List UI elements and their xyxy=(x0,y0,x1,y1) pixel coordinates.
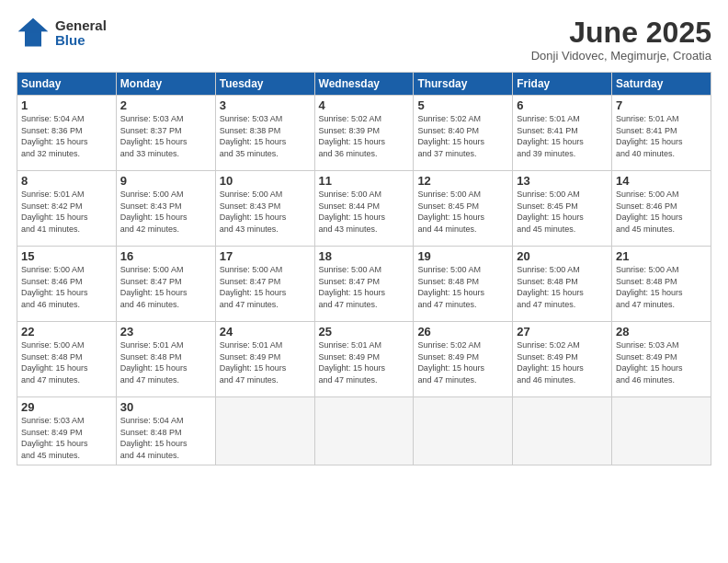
table-row: 23Sunrise: 5:01 AM Sunset: 8:48 PM Dayli… xyxy=(116,322,215,397)
day-number: 10 xyxy=(220,174,311,188)
day-number: 1 xyxy=(21,98,112,112)
table-row: 21Sunrise: 5:00 AM Sunset: 8:48 PM Dayli… xyxy=(612,247,711,322)
day-info: Sunrise: 5:03 AM Sunset: 8:38 PM Dayligh… xyxy=(220,113,311,159)
table-row: 7Sunrise: 5:01 AM Sunset: 8:41 PM Daylig… xyxy=(612,96,711,171)
day-info: Sunrise: 5:02 AM Sunset: 8:39 PM Dayligh… xyxy=(319,113,410,159)
day-info: Sunrise: 5:00 AM Sunset: 8:47 PM Dayligh… xyxy=(319,264,410,310)
logo-general: General xyxy=(55,18,107,34)
logo: General Blue xyxy=(17,17,107,50)
day-number: 17 xyxy=(220,249,311,263)
day-info: Sunrise: 5:00 AM Sunset: 8:45 PM Dayligh… xyxy=(417,189,508,235)
day-info: Sunrise: 5:00 AM Sunset: 8:45 PM Dayligh… xyxy=(517,189,608,235)
day-number: 4 xyxy=(319,98,410,112)
header: General Blue June 2025 Donji Vidovec, Me… xyxy=(17,17,711,63)
table-row xyxy=(513,397,612,465)
table-row: 18Sunrise: 5:00 AM Sunset: 8:47 PM Dayli… xyxy=(314,247,414,322)
table-row: 28Sunrise: 5:03 AM Sunset: 8:49 PM Dayli… xyxy=(612,322,711,397)
day-number: 5 xyxy=(417,98,508,112)
table-row: 10Sunrise: 5:00 AM Sunset: 8:43 PM Dayli… xyxy=(215,171,314,247)
header-thursday: Thursday xyxy=(414,73,513,96)
table-row: 19Sunrise: 5:00 AM Sunset: 8:48 PM Dayli… xyxy=(414,247,513,322)
day-number: 6 xyxy=(517,98,608,112)
page: General Blue June 2025 Donji Vidovec, Me… xyxy=(0,0,728,563)
table-row: 9Sunrise: 5:00 AM Sunset: 8:43 PM Daylig… xyxy=(116,171,215,247)
day-number: 23 xyxy=(120,325,211,339)
day-number: 15 xyxy=(21,249,112,263)
calendar-table: Sunday Monday Tuesday Wednesday Thursday… xyxy=(17,72,711,465)
table-row xyxy=(215,397,314,465)
header-monday: Monday xyxy=(116,73,215,96)
day-info: Sunrise: 5:00 AM Sunset: 8:48 PM Dayligh… xyxy=(517,264,608,310)
table-row: 15Sunrise: 5:00 AM Sunset: 8:46 PM Dayli… xyxy=(17,247,117,322)
table-row: 22Sunrise: 5:00 AM Sunset: 8:48 PM Dayli… xyxy=(17,322,117,397)
day-info: Sunrise: 5:00 AM Sunset: 8:43 PM Dayligh… xyxy=(220,189,311,235)
day-number: 3 xyxy=(220,98,311,112)
day-info: Sunrise: 5:02 AM Sunset: 8:40 PM Dayligh… xyxy=(417,113,508,159)
day-number: 25 xyxy=(319,325,410,339)
table-row: 29Sunrise: 5:03 AM Sunset: 8:49 PM Dayli… xyxy=(17,397,117,465)
day-number: 7 xyxy=(616,98,707,112)
table-row: 26Sunrise: 5:02 AM Sunset: 8:49 PM Dayli… xyxy=(414,322,513,397)
day-number: 9 xyxy=(120,174,211,188)
day-info: Sunrise: 5:00 AM Sunset: 8:48 PM Dayligh… xyxy=(616,264,707,310)
day-info: Sunrise: 5:02 AM Sunset: 8:49 PM Dayligh… xyxy=(417,339,508,385)
logo-text: General Blue xyxy=(55,18,107,49)
day-number: 22 xyxy=(21,325,112,339)
day-number: 21 xyxy=(616,249,707,263)
logo-blue: Blue xyxy=(55,33,107,49)
day-number: 18 xyxy=(319,249,410,263)
table-row: 14Sunrise: 5:00 AM Sunset: 8:46 PM Dayli… xyxy=(612,171,711,247)
table-row: 13Sunrise: 5:00 AM Sunset: 8:45 PM Dayli… xyxy=(513,171,612,247)
day-number: 26 xyxy=(417,325,508,339)
table-row: 17Sunrise: 5:00 AM Sunset: 8:47 PM Dayli… xyxy=(215,247,314,322)
table-row: 3Sunrise: 5:03 AM Sunset: 8:38 PM Daylig… xyxy=(215,96,314,171)
day-number: 19 xyxy=(417,249,508,263)
table-row: 25Sunrise: 5:01 AM Sunset: 8:49 PM Dayli… xyxy=(314,322,414,397)
logo-icon xyxy=(17,17,50,50)
table-row xyxy=(314,397,414,465)
day-number: 29 xyxy=(21,400,112,414)
day-info: Sunrise: 5:00 AM Sunset: 8:46 PM Dayligh… xyxy=(616,189,707,235)
table-row xyxy=(612,397,711,465)
calendar-header-row: Sunday Monday Tuesday Wednesday Thursday… xyxy=(17,73,711,96)
day-number: 20 xyxy=(517,249,608,263)
header-friday: Friday xyxy=(513,73,612,96)
table-row: 12Sunrise: 5:00 AM Sunset: 8:45 PM Dayli… xyxy=(414,171,513,247)
day-info: Sunrise: 5:00 AM Sunset: 8:48 PM Dayligh… xyxy=(417,264,508,310)
day-info: Sunrise: 5:01 AM Sunset: 8:48 PM Dayligh… xyxy=(120,339,211,385)
day-info: Sunrise: 5:00 AM Sunset: 8:47 PM Dayligh… xyxy=(220,264,311,310)
day-info: Sunrise: 5:01 AM Sunset: 8:49 PM Dayligh… xyxy=(319,339,410,385)
title-section: June 2025 Donji Vidovec, Megimurje, Croa… xyxy=(531,17,711,63)
day-number: 30 xyxy=(120,400,211,414)
table-row xyxy=(414,397,513,465)
day-number: 11 xyxy=(319,174,410,188)
day-number: 2 xyxy=(120,98,211,112)
day-number: 28 xyxy=(616,325,707,339)
day-number: 16 xyxy=(120,249,211,263)
day-info: Sunrise: 5:00 AM Sunset: 8:48 PM Dayligh… xyxy=(21,339,112,385)
table-row: 2Sunrise: 5:03 AM Sunset: 8:37 PM Daylig… xyxy=(116,96,215,171)
header-tuesday: Tuesday xyxy=(215,73,314,96)
table-row: 4Sunrise: 5:02 AM Sunset: 8:39 PM Daylig… xyxy=(314,96,414,171)
svg-marker-1 xyxy=(18,18,48,33)
day-info: Sunrise: 5:03 AM Sunset: 8:49 PM Dayligh… xyxy=(21,415,112,461)
day-number: 8 xyxy=(21,174,112,188)
table-row: 1Sunrise: 5:04 AM Sunset: 8:36 PM Daylig… xyxy=(17,96,117,171)
header-saturday: Saturday xyxy=(612,73,711,96)
table-row: 16Sunrise: 5:00 AM Sunset: 8:47 PM Dayli… xyxy=(116,247,215,322)
table-row: 20Sunrise: 5:00 AM Sunset: 8:48 PM Dayli… xyxy=(513,247,612,322)
location-subtitle: Donji Vidovec, Megimurje, Croatia xyxy=(531,49,711,63)
day-number: 27 xyxy=(517,325,608,339)
table-row: 30Sunrise: 5:04 AM Sunset: 8:48 PM Dayli… xyxy=(116,397,215,465)
day-info: Sunrise: 5:03 AM Sunset: 8:37 PM Dayligh… xyxy=(120,113,211,159)
table-row: 27Sunrise: 5:02 AM Sunset: 8:49 PM Dayli… xyxy=(513,322,612,397)
table-row: 11Sunrise: 5:00 AM Sunset: 8:44 PM Dayli… xyxy=(314,171,414,247)
day-info: Sunrise: 5:01 AM Sunset: 8:49 PM Dayligh… xyxy=(220,339,311,385)
day-info: Sunrise: 5:00 AM Sunset: 8:44 PM Dayligh… xyxy=(319,189,410,235)
day-info: Sunrise: 5:03 AM Sunset: 8:49 PM Dayligh… xyxy=(616,339,707,385)
day-info: Sunrise: 5:00 AM Sunset: 8:43 PM Dayligh… xyxy=(120,189,211,235)
day-info: Sunrise: 5:02 AM Sunset: 8:49 PM Dayligh… xyxy=(517,339,608,385)
day-info: Sunrise: 5:04 AM Sunset: 8:36 PM Dayligh… xyxy=(21,113,112,159)
day-info: Sunrise: 5:04 AM Sunset: 8:48 PM Dayligh… xyxy=(120,415,211,461)
table-row: 6Sunrise: 5:01 AM Sunset: 8:41 PM Daylig… xyxy=(513,96,612,171)
